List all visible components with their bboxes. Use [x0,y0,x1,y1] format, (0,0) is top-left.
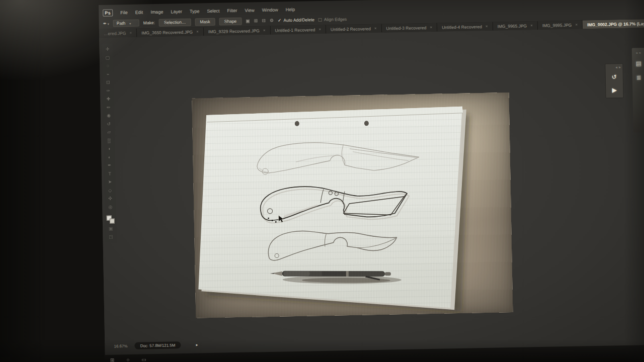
close-icon[interactable]: × [430,25,432,30]
align-edges-checkbox[interactable]: Align Edges [318,17,347,22]
history-panel-icon[interactable]: ↺ [609,72,620,82]
menu-filter[interactable]: Filter [227,8,237,13]
zoom-tool-icon: ◎ [108,204,112,209]
tool-mode-select[interactable]: Path ▾ [113,20,139,27]
shape-tool[interactable]: ◇ [106,187,114,194]
marquee-tool[interactable]: ▢ [104,54,112,61]
pen-tool[interactable]: ✒ [106,162,114,169]
move-tool-icon: ✛ [106,47,110,52]
auto-add-delete-label: Auto Add/Delete [283,17,314,23]
hand-tool[interactable]: ✣ [106,195,114,202]
close-icon[interactable]: × [318,27,321,32]
quick-selection-tool[interactable]: ⌁ [104,70,112,77]
screen-mode-icon: ◳ [109,234,113,239]
history-brush-tool[interactable]: ↺ [105,120,113,127]
close-icon[interactable]: × [374,26,377,31]
history-icon: ↺ [612,73,617,80]
shape-tool-icon: ◇ [108,188,112,193]
path-selection-tool[interactable]: ➤ [106,178,114,186]
path-selection-tool-icon: ➤ [108,179,112,185]
color-swatches[interactable] [107,215,115,223]
brush-tool[interactable]: ✏ [105,104,113,111]
collapse-panels-icon[interactable]: « » [616,65,621,69]
type-tool-icon: T [108,171,111,176]
gear-icon[interactable]: ⚙ [270,18,274,23]
menu-edit[interactable]: Edit [135,10,143,15]
search-button[interactable]: ○ [126,357,129,362]
healing-brush-tool-icon: ✚ [107,97,111,102]
eyedropper-tool-icon: ✑ [106,88,110,93]
menu-view[interactable]: View [245,8,255,13]
blur-tool[interactable]: ◖ [105,145,113,152]
close-icon[interactable]: × [263,28,266,33]
crop-tool[interactable]: ⊡ [104,79,112,86]
path-arrangement-icon[interactable]: ⊟ [262,18,266,23]
menu-layer[interactable]: Layer [171,9,182,14]
blur-tool-icon: ◖ [108,146,111,151]
tab-img-9965[interactable]: IMG_9965.JPG × [493,21,538,31]
file-explorer-button[interactable]: ▭ [141,356,146,362]
tab-untitled-2-recovered[interactable]: Untitled-2 Recovered × [326,24,382,34]
make-shape-button[interactable]: Shape [219,17,242,25]
zoom-tool[interactable]: ◎ [106,203,114,210]
quick-mask-button[interactable]: ▣ [107,225,115,232]
menu-help[interactable]: Help [286,7,295,12]
tool-preset-picker[interactable]: ✒ ▾ [103,21,109,26]
status-options-arrow-icon[interactable]: ▸ [196,342,198,347]
healing-brush-tool[interactable]: ✚ [104,96,112,103]
eraser-tool[interactable]: ▱ [105,129,113,136]
pen-tool-icon: ✒ [103,21,107,26]
brush-tool-icon: ✏ [107,105,111,110]
channels-panel-icon[interactable]: ≣ [633,72,644,82]
collapsed-panel-dock: « » ↺ ▶ [605,63,623,99]
quick-selection-tool-icon: ⌁ [107,71,110,76]
gradient-tool-icon: ▒ [108,138,111,143]
channels-icon: ≣ [636,74,641,81]
canvas-document-img-0002[interactable] [192,93,513,318]
actions-panel-icon[interactable]: ▶ [609,85,620,95]
screen-mode-button[interactable]: ◳ [107,233,115,240]
tab-recovered-jpg-partial[interactable]: …ered.JPG × [99,29,137,38]
menu-type[interactable]: Type [190,9,200,14]
close-icon[interactable]: × [530,23,533,28]
canvas-pasteboard: ✛ ▢ ◌ ⌁ ⊡ ✑ ✚ ✏ ◉ ↺ ▱ ▒ ◖ ◐ ✒ T ➤ ◇ ✣ ◎ … [99,28,644,362]
close-icon[interactable]: × [129,31,132,35]
make-mask-button[interactable]: Mask [195,18,215,26]
play-icon: ▶ [612,86,617,94]
menu-window[interactable]: Window [262,7,278,13]
tab-untitled-4-recovered[interactable]: Untitled-4 Recovered × [437,22,493,32]
eyedropper-tool[interactable]: ✑ [104,87,112,94]
tab-img-0002-active[interactable]: IMG_0002.JPG @ 16.7% (Layer 2, RGB/8) * … [583,19,644,29]
gradient-tool[interactable]: ▒ [105,137,113,144]
close-icon[interactable]: × [575,23,578,27]
tab-label: Untitled-4 Recovered [442,24,482,30]
move-tool[interactable]: ✛ [103,46,111,53]
background-color-swatch[interactable] [110,218,115,223]
layers-panel-icon[interactable]: ▤ [633,58,644,68]
path-alignment-icon[interactable]: ⊞ [254,18,258,23]
tab-untitled-1-recovered[interactable]: Untitled-1 Recovered × [270,25,326,35]
tab-img-9995[interactable]: IMG_9995.JPG × [538,20,583,30]
tab-label: IMG_9995.JPG [542,22,572,28]
make-selection-button[interactable]: Selection… [159,18,191,26]
marquee-tool-icon: ▢ [106,55,110,60]
auto-add-delete-checkbox[interactable]: ✓ Auto Add/Delete [278,17,314,23]
menu-select[interactable]: Select [207,9,219,14]
checkmark-icon: ✓ [278,18,282,23]
dodge-tool[interactable]: ◐ [105,153,113,160]
zoom-level-readout[interactable]: 16.67% [114,344,127,348]
type-tool[interactable]: T [106,170,114,177]
tab-label: IMG_3650 Recovered.JPG [141,29,193,35]
lasso-tool[interactable]: ◌ [104,62,112,69]
menu-file[interactable]: File [120,10,128,15]
tab-label: IMG_9965.JPG [497,23,527,29]
tab-untitled-3-recovered[interactable]: Untitled-3 Recovered × [381,23,437,33]
clone-stamp-tool[interactable]: ◉ [105,112,113,119]
close-icon[interactable]: × [196,29,199,34]
path-operations-icon[interactable]: ▣ [246,18,250,23]
close-icon[interactable]: × [486,24,488,29]
collapse-panels-icon[interactable]: « » [636,51,641,54]
menu-image[interactable]: Image [150,10,163,15]
tab-label: Untitled-2 Recovered [331,26,371,32]
start-button[interactable]: ⊞ [110,357,115,362]
